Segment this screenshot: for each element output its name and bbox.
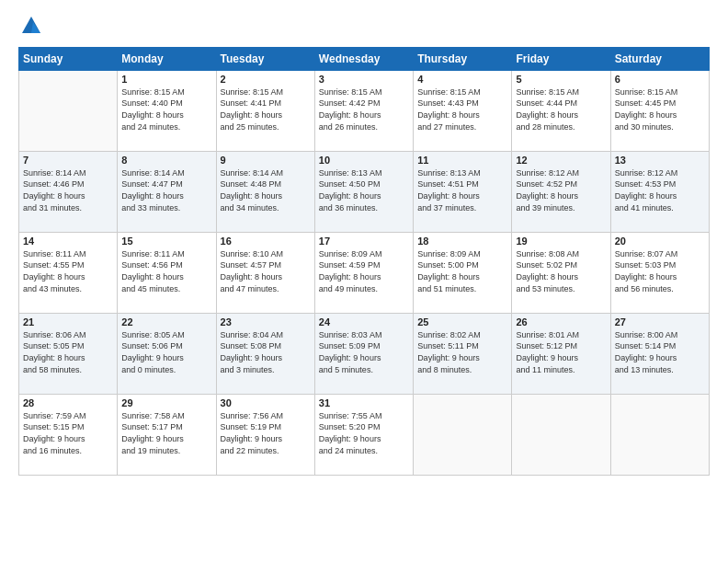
cell-info: Sunrise: 8:13 AMSunset: 4:50 PMDaylight:… [319,167,409,213]
cell-info: Sunrise: 8:13 AMSunset: 4:51 PMDaylight:… [417,167,507,213]
calendar-cell: 23Sunrise: 8:04 AMSunset: 5:08 PMDayligh… [216,313,314,394]
calendar-cell: 16Sunrise: 8:10 AMSunset: 4:57 PMDayligh… [216,232,314,313]
calendar-cell [19,70,118,151]
calendar-week-row: 1Sunrise: 8:15 AMSunset: 4:40 PMDaylight… [19,70,710,151]
day-number: 6 [615,74,705,85]
calendar-week-row: 21Sunrise: 8:06 AMSunset: 5:05 PMDayligh… [19,313,710,394]
day-number: 20 [615,236,705,247]
calendar-cell: 22Sunrise: 8:05 AMSunset: 5:06 PMDayligh… [118,313,216,394]
calendar-cell: 8Sunrise: 8:14 AMSunset: 4:47 PMDaylight… [118,151,216,232]
calendar-header-row: SundayMondayTuesdayWednesdayThursdayFrid… [19,47,710,70]
cell-info: Sunrise: 8:15 AMSunset: 4:44 PMDaylight:… [516,86,606,132]
day-number: 9 [221,155,311,166]
day-number: 8 [121,155,211,166]
logo [18,15,42,38]
calendar-cell: 29Sunrise: 7:58 AMSunset: 5:17 PMDayligh… [118,394,216,475]
cell-info: Sunrise: 8:06 AMSunset: 5:05 PMDaylight:… [23,329,113,375]
page: SundayMondayTuesdayWednesdayThursdayFrid… [0,0,728,563]
calendar-cell: 6Sunrise: 8:15 AMSunset: 4:45 PMDaylight… [610,70,709,151]
calendar-cell: 20Sunrise: 8:07 AMSunset: 5:03 PMDayligh… [610,232,709,313]
day-number: 17 [319,236,409,247]
logo-icon [20,15,42,37]
day-header-tuesday: Tuesday [216,47,314,70]
calendar-cell: 24Sunrise: 8:03 AMSunset: 5:09 PMDayligh… [314,313,413,394]
cell-info: Sunrise: 8:10 AMSunset: 4:57 PMDaylight:… [221,248,311,294]
cell-info: Sunrise: 8:02 AMSunset: 5:11 PMDaylight:… [417,329,507,375]
day-number: 26 [516,316,606,327]
calendar-cell: 19Sunrise: 8:08 AMSunset: 5:02 PMDayligh… [512,232,610,313]
calendar-cell: 27Sunrise: 8:00 AMSunset: 5:14 PMDayligh… [610,313,709,394]
cell-info: Sunrise: 8:15 AMSunset: 4:40 PMDaylight:… [121,86,211,132]
calendar-cell: 1Sunrise: 8:15 AMSunset: 4:40 PMDaylight… [118,70,216,151]
day-number: 30 [221,397,311,408]
day-number: 13 [615,155,705,166]
calendar-week-row: 7Sunrise: 8:14 AMSunset: 4:46 PMDaylight… [19,151,710,232]
cell-info: Sunrise: 8:01 AMSunset: 5:12 PMDaylight:… [516,329,606,375]
cell-info: Sunrise: 8:00 AMSunset: 5:14 PMDaylight:… [615,329,705,375]
day-number: 15 [121,236,211,247]
day-number: 7 [23,155,113,166]
day-number: 11 [417,155,507,166]
day-number: 28 [23,397,113,408]
calendar-week-row: 28Sunrise: 7:59 AMSunset: 5:15 PMDayligh… [19,394,710,475]
day-number: 10 [319,155,409,166]
day-number: 3 [319,74,409,85]
day-header-sunday: Sunday [19,47,118,70]
calendar-cell [414,394,512,475]
day-header-thursday: Thursday [414,47,512,70]
day-number: 31 [319,397,409,408]
cell-info: Sunrise: 8:11 AMSunset: 4:55 PMDaylight:… [23,248,113,294]
calendar-cell: 17Sunrise: 8:09 AMSunset: 4:59 PMDayligh… [314,232,413,313]
calendar-cell: 21Sunrise: 8:06 AMSunset: 5:05 PMDayligh… [19,313,118,394]
calendar: SundayMondayTuesdayWednesdayThursdayFrid… [18,47,710,476]
calendar-cell: 3Sunrise: 8:15 AMSunset: 4:42 PMDaylight… [314,70,413,151]
cell-info: Sunrise: 8:07 AMSunset: 5:03 PMDaylight:… [615,248,705,294]
calendar-week-row: 14Sunrise: 8:11 AMSunset: 4:55 PMDayligh… [19,232,710,313]
day-number: 29 [121,397,211,408]
calendar-cell: 18Sunrise: 8:09 AMSunset: 5:00 PMDayligh… [414,232,512,313]
day-number: 16 [221,236,311,247]
calendar-cell: 11Sunrise: 8:13 AMSunset: 4:51 PMDayligh… [414,151,512,232]
calendar-cell: 4Sunrise: 8:15 AMSunset: 4:43 PMDaylight… [414,70,512,151]
day-number: 24 [319,316,409,327]
cell-info: Sunrise: 8:08 AMSunset: 5:02 PMDaylight:… [516,248,606,294]
cell-info: Sunrise: 8:09 AMSunset: 4:59 PMDaylight:… [319,248,409,294]
cell-info: Sunrise: 7:59 AMSunset: 5:15 PMDaylight:… [23,410,113,456]
day-header-saturday: Saturday [610,47,709,70]
day-number: 27 [615,316,705,327]
cell-info: Sunrise: 8:04 AMSunset: 5:08 PMDaylight:… [221,329,311,375]
cell-info: Sunrise: 7:55 AMSunset: 5:20 PMDaylight:… [319,410,409,456]
day-number: 4 [417,74,507,85]
calendar-cell [610,394,709,475]
calendar-cell: 14Sunrise: 8:11 AMSunset: 4:55 PMDayligh… [19,232,118,313]
calendar-cell: 7Sunrise: 8:14 AMSunset: 4:46 PMDaylight… [19,151,118,232]
day-number: 18 [417,236,507,247]
day-header-monday: Monday [118,47,216,70]
calendar-cell: 9Sunrise: 8:14 AMSunset: 4:48 PMDaylight… [216,151,314,232]
day-number: 19 [516,236,606,247]
day-number: 1 [121,74,211,85]
day-number: 5 [516,74,606,85]
header [18,15,710,38]
cell-info: Sunrise: 8:14 AMSunset: 4:46 PMDaylight:… [23,167,113,213]
cell-info: Sunrise: 8:14 AMSunset: 4:47 PMDaylight:… [121,167,211,213]
cell-info: Sunrise: 7:58 AMSunset: 5:17 PMDaylight:… [121,410,211,456]
cell-info: Sunrise: 8:12 AMSunset: 4:52 PMDaylight:… [516,167,606,213]
calendar-cell: 30Sunrise: 7:56 AMSunset: 5:19 PMDayligh… [216,394,314,475]
cell-info: Sunrise: 7:56 AMSunset: 5:19 PMDaylight:… [221,410,311,456]
calendar-cell: 2Sunrise: 8:15 AMSunset: 4:41 PMDaylight… [216,70,314,151]
day-number: 21 [23,316,113,327]
calendar-cell: 5Sunrise: 8:15 AMSunset: 4:44 PMDaylight… [512,70,610,151]
cell-info: Sunrise: 8:11 AMSunset: 4:56 PMDaylight:… [121,248,211,294]
calendar-cell: 26Sunrise: 8:01 AMSunset: 5:12 PMDayligh… [512,313,610,394]
day-header-friday: Friday [512,47,610,70]
calendar-cell: 15Sunrise: 8:11 AMSunset: 4:56 PMDayligh… [118,232,216,313]
calendar-cell: 10Sunrise: 8:13 AMSunset: 4:50 PMDayligh… [314,151,413,232]
day-number: 2 [221,74,311,85]
day-number: 14 [23,236,113,247]
calendar-cell [512,394,610,475]
calendar-cell: 31Sunrise: 7:55 AMSunset: 5:20 PMDayligh… [314,394,413,475]
cell-info: Sunrise: 8:12 AMSunset: 4:53 PMDaylight:… [615,167,705,213]
cell-info: Sunrise: 8:14 AMSunset: 4:48 PMDaylight:… [221,167,311,213]
cell-info: Sunrise: 8:09 AMSunset: 5:00 PMDaylight:… [417,248,507,294]
